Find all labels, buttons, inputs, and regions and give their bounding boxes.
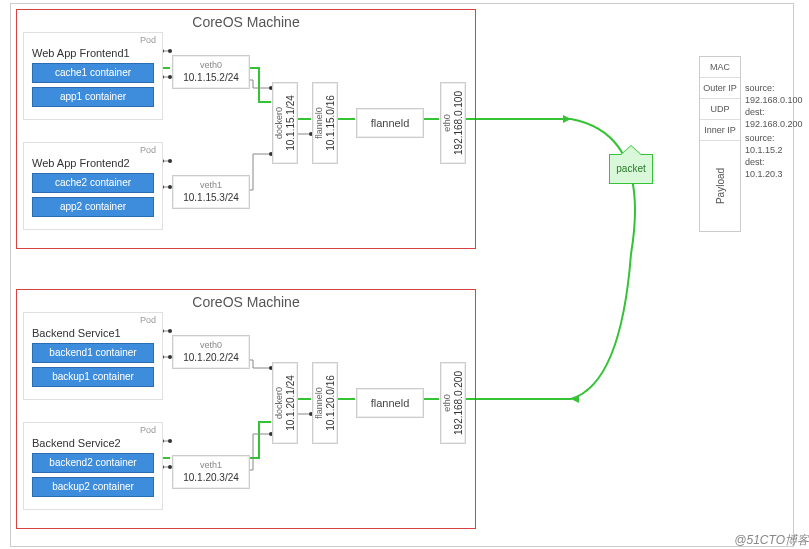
container-box: backend1 container [32,343,154,363]
flanneld-box: flanneld [356,108,424,138]
flanneld-box: flanneld [356,388,424,418]
pod-label: Pod [140,315,156,325]
svg-marker-29 [571,395,579,403]
veth1-box: veth1 10.1.15.3/24 [172,175,250,209]
svg-marker-14 [563,115,571,123]
pod-title: Web App Frontend2 [32,157,162,169]
coreos-machine-2: CoreOS Machine Pod Backend Service1 back… [16,289,476,529]
pod-title: Backend Service2 [32,437,162,449]
stack-udp: UDP [700,99,740,120]
flannel0-box: flannel010.1.20.0/16 [312,362,338,444]
eth0-box: eth0192.168.0.200 [440,362,466,444]
container-box: backend2 container [32,453,154,473]
veth0-box: veth0 10.1.15.2/24 [172,55,250,89]
eth0-box: eth0192.168.0.100 [440,82,466,164]
container-box: backup2 container [32,477,154,497]
machine-title: CoreOS Machine [17,294,475,310]
stack-payload: Payload [700,141,740,231]
pod-title: Backend Service1 [32,327,162,339]
pod-frontend1: Pod Web App Frontend1 cache1 container a… [23,32,163,120]
coreos-machine-1: CoreOS Machine Pod Web App Frontend1 cac… [16,9,476,249]
inner-ip-annotation: source: 10.1.15.2 dest: 10.1.20.3 [745,132,793,180]
pod-backend1: Pod Backend Service1 backend1 container … [23,312,163,400]
machine-title: CoreOS Machine [17,14,475,30]
veth1-box: veth1 10.1.20.3/24 [172,455,250,489]
pod-label: Pod [140,145,156,155]
pod-title: Web App Frontend1 [32,47,162,59]
packet-stack: MAC Outer IP UDP Inner IP Payload [699,56,741,232]
outer-ip-annotation: source: 192.168.0.100 dest: 192.168.0.20… [745,82,803,130]
veth0-box: veth0 10.1.20.2/24 [172,335,250,369]
container-box: backup1 container [32,367,154,387]
pod-label: Pod [140,425,156,435]
container-box: app2 container [32,197,154,217]
docker0-box: docker010.1.20.1/24 [272,362,298,444]
container-box: cache2 container [32,173,154,193]
pod-label: Pod [140,35,156,45]
docker0-box: docker010.1.15.1/24 [272,82,298,164]
pod-backend2: Pod Backend Service2 backend2 container … [23,422,163,510]
stack-mac: MAC [700,57,740,78]
pod-frontend2: Pod Web App Frontend2 cache2 container a… [23,142,163,230]
watermark: @51CTO博客 [734,532,809,549]
container-box: cache1 container [32,63,154,83]
packet-icon: packet [609,154,653,184]
container-box: app1 container [32,87,154,107]
stack-outer-ip: Outer IP [700,78,740,99]
stack-inner-ip: Inner IP [700,120,740,141]
flannel0-box: flannel010.1.15.0/16 [312,82,338,164]
